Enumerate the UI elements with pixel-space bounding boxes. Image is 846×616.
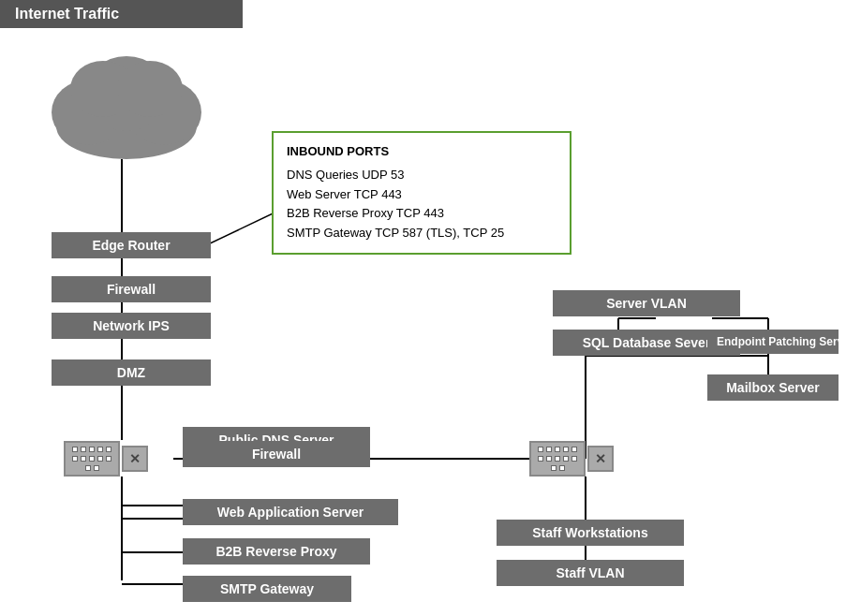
server-vlan-node: Server VLAN: [553, 290, 740, 316]
svg-point-31: [117, 61, 183, 117]
infobox-line3: B2B Reverse Proxy TCP 443: [287, 204, 557, 224]
web-app-server-node: Web Application Server: [183, 499, 398, 525]
right-x-icon: ✕: [587, 446, 614, 472]
right-switch-icon: [529, 441, 586, 477]
left-switch-icon: [64, 441, 120, 477]
staff-vlan-node: Staff VLAN: [497, 560, 684, 586]
staff-workstations-node: Staff Workstations: [497, 520, 684, 546]
network-ips-node: Network IPS: [52, 313, 211, 339]
infobox: INBOUND PORTS DNS Queries UDP 53 Web Ser…: [272, 131, 571, 255]
left-x-icon: ✕: [122, 446, 148, 472]
infobox-line1: DNS Queries UDP 53: [287, 166, 557, 185]
mailbox-server-node: Mailbox Server: [707, 374, 839, 401]
firewall-top-node: Firewall: [52, 276, 211, 302]
smtp-gateway-node: SMTP Gateway: [183, 576, 351, 602]
dmz-node: DMZ: [52, 359, 211, 386]
infobox-line4: SMTP Gateway TCP 587 (TLS), TCP 25: [287, 224, 557, 243]
edge-router-node: Edge Router: [52, 232, 211, 258]
b2b-proxy-node: B2B Reverse Proxy: [183, 538, 370, 565]
network-diagram: Internet Traffic INBOUND PORTS DNS Queri…: [0, 0, 846, 616]
infobox-title: INBOUND PORTS: [287, 142, 557, 162]
endpoint-patching-node: Endpoint Patching Server: [707, 330, 839, 354]
firewall-middle-node: Firewall: [183, 441, 370, 467]
infobox-line2: Web Server TCP 443: [287, 185, 557, 205]
internet-traffic-label: Internet Traffic: [0, 0, 243, 28]
